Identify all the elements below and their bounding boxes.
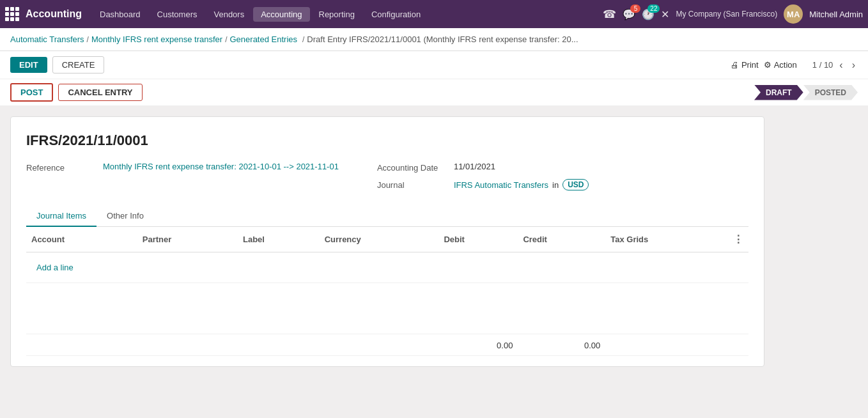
post-button[interactable]: POST [10, 83, 53, 102]
col-debit: Debit [438, 227, 518, 252]
toolbar: EDIT CREATE 🖨 Print ⚙ Action 1 / 10 ‹ › [0, 51, 868, 79]
totals-spacer [26, 334, 438, 356]
currency-tag[interactable]: USD [562, 179, 589, 190]
app-grid-icon[interactable] [5, 7, 19, 21]
edit-button[interactable]: EDIT [10, 57, 47, 73]
col-currency: Currency [320, 227, 439, 252]
col-label: Label [238, 227, 320, 252]
accounting-date-value: 11/01/2021 [454, 162, 495, 171]
reference-value[interactable]: Monthly IFRS rent expense transfer: 2021… [103, 162, 339, 171]
form-card: IFRS/2021/11/0001 Reference Monthly IFRS… [10, 116, 764, 367]
journal-table: Account Partner Label Currency Debit Cre… [26, 227, 748, 356]
accounting-date-label: Accounting Date [377, 162, 447, 173]
print-button[interactable]: 🖨 Print [731, 60, 759, 70]
pagination: 1 / 10 ‹ › [812, 58, 858, 72]
tab-other-info[interactable]: Other Info [97, 206, 154, 227]
nav-configuration[interactable]: Configuration [364, 7, 428, 22]
clock-icon[interactable]: 🕐 22 [642, 8, 655, 20]
breadcrumb-sep-2: / [225, 35, 227, 44]
tabs: Journal Items Other Info [26, 206, 748, 227]
breadcrumb-sep-1: / [87, 35, 89, 44]
breadcrumb-automatic-transfers[interactable]: Automatic Transfers [10, 35, 84, 44]
phone-icon[interactable]: ☎ [603, 8, 616, 21]
totals-row: 0.00 0.00 [26, 334, 748, 356]
journal-label: Journal [377, 179, 447, 190]
breadcrumb: Automatic Transfers / Monthly IFRS rent … [0, 28, 868, 51]
chat-badge: 5 [630, 4, 640, 13]
table-section: Account Partner Label Currency Debit Cre… [26, 227, 748, 356]
col-credit: Credit [518, 227, 605, 252]
action-button[interactable]: ⚙ Action [764, 60, 797, 70]
breadcrumb-generated-entries[interactable]: Generated Entries [230, 35, 298, 44]
totals-end [605, 334, 748, 356]
nav-customers[interactable]: Customers [150, 7, 205, 22]
cancel-entry-button[interactable]: CANCEL ENTRY [58, 84, 142, 101]
nav-menu: Dashboard Customers Vendors Accounting R… [92, 7, 600, 22]
username: Mitchell Admin [809, 10, 863, 19]
breadcrumb-monthly-ifrs[interactable]: Monthly IFRS rent expense transfer [91, 35, 222, 44]
breadcrumb-sep-3: / [302, 35, 304, 44]
nav-right-section: ☎ 💬 5 🕐 22 ✕ My Company (San Francisco) … [603, 4, 863, 24]
action-icon: ⚙ [764, 60, 771, 70]
create-button[interactable]: CREATE [52, 56, 105, 74]
journal-value[interactable]: IFRS Automatic Transfers [454, 180, 548, 190]
company-name: My Company (San Francisco) [676, 10, 777, 19]
column-options-icon[interactable]: ⋮ [733, 234, 743, 245]
nav-dashboard[interactable]: Dashboard [92, 7, 148, 22]
pagination-next[interactable]: › [849, 58, 858, 72]
top-navigation: Accounting Dashboard Customers Vendors A… [0, 0, 868, 28]
total-credit: 0.00 [518, 334, 605, 356]
col-options: ⋮ [728, 227, 748, 252]
form-left: Reference Monthly IFRS rent expense tran… [26, 162, 339, 190]
table-row: Add a line [26, 252, 748, 283]
journal-value-container: IFRS Automatic Transfers in USD [454, 179, 589, 190]
chat-icon[interactable]: 💬 5 [623, 8, 635, 20]
form-fields: Reference Monthly IFRS rent expense tran… [26, 162, 748, 190]
reference-row: Reference Monthly IFRS rent expense tran… [26, 162, 339, 173]
empty-row [26, 283, 748, 334]
action-bar: POST CANCEL ENTRY DRAFT POSTED [0, 79, 868, 106]
add-line-button[interactable]: Add a line [31, 258, 79, 277]
app-name: Accounting [26, 8, 82, 20]
status-posted[interactable]: POSTED [803, 85, 858, 100]
col-tax-grids: Tax Grids [605, 227, 728, 252]
pagination-prev[interactable]: ‹ [837, 58, 845, 72]
avatar[interactable]: MA [784, 4, 803, 24]
form-right: Accounting Date 11/01/2021 Journal IFRS … [377, 162, 589, 190]
col-account: Account [26, 227, 137, 252]
main-content: IFRS/2021/11/0001 Reference Monthly IFRS… [0, 106, 868, 418]
reference-label: Reference [26, 162, 97, 173]
add-line-cell: Add a line [26, 252, 748, 283]
status-draft[interactable]: DRAFT [754, 85, 803, 100]
journal-row: Journal IFRS Automatic Transfers in USD [377, 179, 589, 190]
status-bar: DRAFT POSTED [754, 85, 858, 100]
close-icon[interactable]: ✕ [661, 8, 669, 20]
tab-journal-items[interactable]: Journal Items [26, 206, 97, 227]
print-icon: 🖨 [731, 60, 739, 70]
form-title: IFRS/2021/11/0001 [26, 132, 748, 149]
clock-badge: 22 [647, 4, 660, 13]
col-partner: Partner [137, 227, 238, 252]
journal-in: in [552, 180, 559, 190]
table-header-row: Account Partner Label Currency Debit Cre… [26, 227, 748, 252]
accounting-date-row: Accounting Date 11/01/2021 [377, 162, 589, 173]
nav-reporting[interactable]: Reporting [311, 7, 362, 22]
breadcrumb-current: Draft Entry IFRS/2021/11/0001 (Monthly I… [307, 35, 578, 44]
nav-accounting[interactable]: Accounting [253, 7, 309, 22]
total-debit: 0.00 [438, 334, 518, 356]
nav-vendors[interactable]: Vendors [206, 7, 252, 22]
